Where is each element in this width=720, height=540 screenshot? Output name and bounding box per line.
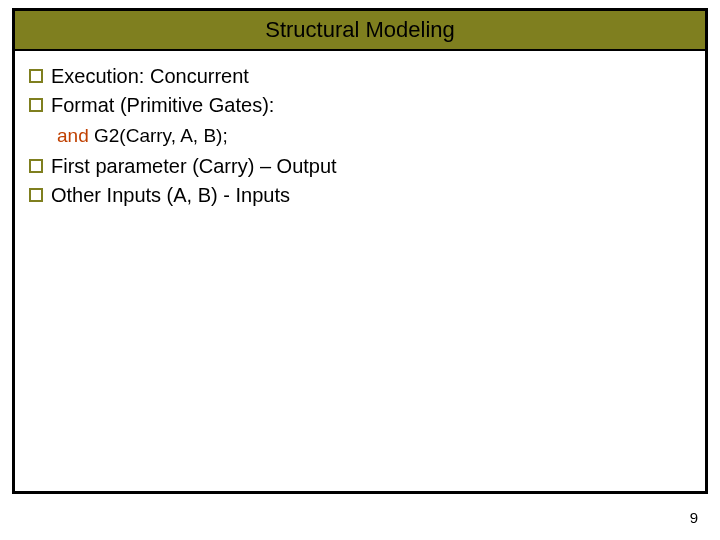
bullet-text: Execution: Concurrent (51, 63, 691, 90)
page-number: 9 (690, 509, 698, 526)
bullet-item: Format (Primitive Gates): (29, 92, 691, 119)
square-bullet-icon (29, 188, 43, 202)
bullet-item: First parameter (Carry) – Output (29, 153, 691, 180)
code-line: and G2(Carry, A, B); (57, 123, 691, 149)
content-frame: Structural Modeling Execution: Concurren… (12, 8, 708, 494)
slide-body: Execution: Concurrent Format (Primitive … (15, 51, 705, 221)
title-bar: Structural Modeling (15, 11, 705, 51)
bullet-item: Other Inputs (A, B) - Inputs (29, 182, 691, 209)
bullet-text: Format (Primitive Gates): (51, 92, 691, 119)
bullet-text: Other Inputs (A, B) - Inputs (51, 182, 691, 209)
slide: Structural Modeling Execution: Concurren… (0, 0, 720, 540)
code-rest: G2(Carry, A, B); (89, 125, 228, 146)
square-bullet-icon (29, 69, 43, 83)
slide-title: Structural Modeling (265, 17, 455, 43)
square-bullet-icon (29, 98, 43, 112)
square-bullet-icon (29, 159, 43, 173)
bullet-text: First parameter (Carry) – Output (51, 153, 691, 180)
code-keyword: and (57, 125, 89, 146)
bullet-item: Execution: Concurrent (29, 63, 691, 90)
